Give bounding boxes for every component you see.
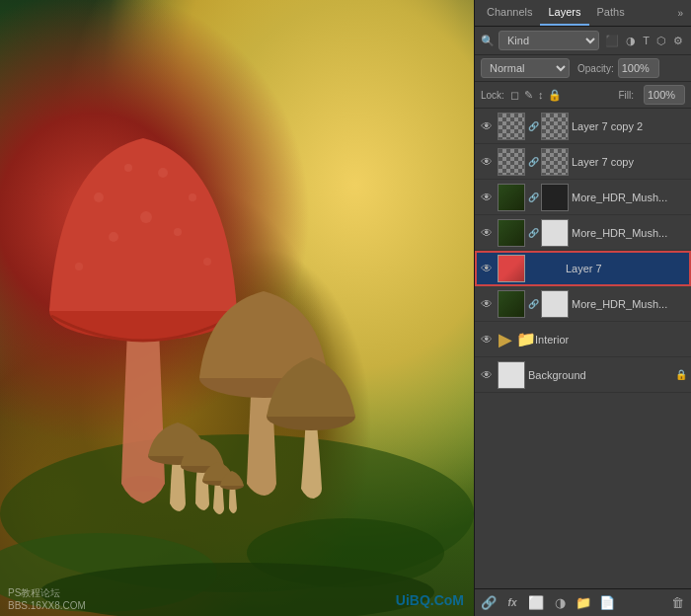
layer-name-7c: Layer 7 copy xyxy=(572,156,687,168)
layer-thumb-7c xyxy=(498,148,525,176)
svg-point-4 xyxy=(124,164,132,172)
tab-layers[interactable]: Layers xyxy=(540,0,588,26)
pixel-filter-icon[interactable]: ⬛ xyxy=(603,34,621,48)
fx-button[interactable]: fx xyxy=(502,593,522,613)
lock-all-icon[interactable]: 🔒 xyxy=(548,89,562,102)
bottom-toolbar: 🔗 fx ⬜ ◑ 📁 📄 🗑 xyxy=(475,588,691,616)
layer-row-interior[interactable]: 👁 ▶ 📁 Interior xyxy=(475,322,691,357)
lock-pixels-icon[interactable]: ✎ xyxy=(524,89,533,102)
site-label: PS教程论坛 BBS.16XX8.COM xyxy=(8,586,86,611)
new-layer-button[interactable]: 📄 xyxy=(597,593,617,613)
lock-icon-bg: 🔒 xyxy=(675,369,687,380)
delete-layer-button[interactable]: 🗑 xyxy=(667,593,687,613)
mushroom-svg xyxy=(0,0,474,616)
watermark: UiBQ.CoM xyxy=(396,592,464,608)
tab-channels[interactable]: Channels xyxy=(479,0,540,26)
visibility-icon-interior[interactable]: 👁 xyxy=(479,333,495,346)
layer-name-7: Layer 7 xyxy=(566,263,687,274)
link-icon-hdr1: 🔗 xyxy=(528,192,538,202)
layer-thumb-hdr2 xyxy=(498,219,525,247)
opacity-label: Opacity: xyxy=(577,63,614,74)
layer-name-interior: Interior xyxy=(535,334,687,346)
layer-name-7c2: Layer 7 copy 2 xyxy=(572,120,687,132)
panel-tabs: Channels Layers Paths » xyxy=(475,0,691,27)
visibility-icon-bg[interactable]: 👁 xyxy=(479,368,495,382)
visibility-icon-hdr2[interactable]: 👁 xyxy=(479,226,495,240)
link-icon-7c2: 🔗 xyxy=(528,121,538,131)
link-icon-hdr3: 🔗 xyxy=(528,299,538,309)
lock-row: Lock: ◻ ✎ ↕ 🔒 Fill: xyxy=(475,82,691,109)
lock-transparent-icon[interactable]: ◻ xyxy=(510,89,519,102)
layer-thumb-bg xyxy=(498,361,525,389)
layer-thumb-hdr1 xyxy=(498,184,525,211)
layer-row-7[interactable]: 👁 Layer 7 xyxy=(475,251,691,286)
layer-thumb-7 xyxy=(498,255,525,282)
visibility-icon-hdr3[interactable]: 👁 xyxy=(479,297,495,311)
folder-open-icon-interior: 📁 xyxy=(516,330,532,348)
layer-thumb-7c2 xyxy=(498,113,525,140)
layer-mask-hdr1 xyxy=(541,184,569,211)
opacity-input[interactable] xyxy=(618,58,659,78)
type-filter-icon[interactable]: T xyxy=(641,34,652,47)
add-group-button[interactable]: 📁 xyxy=(574,593,593,613)
add-adjustment-button[interactable]: ◑ xyxy=(550,593,570,613)
layer-name-hdr3: More_HDR_Mush... xyxy=(572,298,687,310)
blend-mode-select[interactable]: Normal Multiply Screen Overlay xyxy=(481,58,570,78)
layer-name-hdr1: More_HDR_Mush... xyxy=(572,192,687,203)
layer-mask-hdr2 xyxy=(541,219,569,247)
lock-position-icon[interactable]: ↕ xyxy=(538,89,544,101)
link-layers-button[interactable]: 🔗 xyxy=(479,593,499,613)
layer-row-background[interactable]: 👁 Background 🔒 xyxy=(475,357,691,393)
canvas-area: PS教程论坛 BBS.16XX8.COM UiBQ.CoM xyxy=(0,0,474,616)
svg-point-9 xyxy=(174,228,182,236)
layer-row-7-copy[interactable]: 👁 🔗 Layer 7 copy xyxy=(475,144,691,180)
svg-point-5 xyxy=(158,168,168,178)
visibility-icon-7c2[interactable]: 👁 xyxy=(479,119,495,133)
adjustment-filter-icon[interactable]: ◑ xyxy=(624,34,638,48)
kind-icons: ⬛ ◑ T ⬡ ⚙ xyxy=(603,34,685,48)
smart-filter-icon[interactable]: ⚙ xyxy=(671,34,685,48)
svg-point-6 xyxy=(189,193,196,201)
svg-point-7 xyxy=(109,232,118,242)
kind-select[interactable]: Kind xyxy=(499,31,599,50)
main-container: PS教程论坛 BBS.16XX8.COM UiBQ.CoM Channels L… xyxy=(0,0,691,616)
lock-icons: ◻ ✎ ↕ 🔒 xyxy=(510,89,563,102)
layer-row-hdr1[interactable]: 👁 🔗 More_HDR_Mush... xyxy=(475,180,691,215)
layers-panel: Channels Layers Paths » 🔍 Kind ⬛ ◑ T ⬡ ⚙… xyxy=(474,0,691,616)
search-icon: 🔍 xyxy=(481,35,495,47)
opacity-row: Normal Multiply Screen Overlay Opacity: xyxy=(475,55,691,82)
tab-paths[interactable]: Paths xyxy=(589,0,633,26)
folder-icon-interior: ▶ xyxy=(498,329,513,350)
layer-thumb-hdr3 xyxy=(498,290,525,318)
svg-point-3 xyxy=(94,192,104,202)
fill-input[interactable] xyxy=(644,85,685,105)
link-icon-7c: 🔗 xyxy=(528,157,538,167)
layer-mask-7c xyxy=(541,148,569,176)
layer-name-hdr2: More_HDR_Mush... xyxy=(572,227,687,239)
layer-row-7-copy-2[interactable]: 👁 🔗 Layer 7 copy 2 xyxy=(475,109,691,144)
svg-point-21 xyxy=(276,20,474,138)
visibility-icon-7c[interactable]: 👁 xyxy=(479,155,495,169)
layer-row-hdr2[interactable]: 👁 🔗 More_HDR_Mush... xyxy=(475,215,691,251)
canvas-image xyxy=(0,0,474,616)
lock-label: Lock: xyxy=(481,90,504,101)
layer-mask-hdr3 xyxy=(541,290,569,318)
link-icon-hdr2: 🔗 xyxy=(528,228,538,238)
layers-list[interactable]: 👁 🔗 Layer 7 copy 2 👁 🔗 Layer 7 copy 👁 🔗 xyxy=(475,109,691,588)
visibility-icon-7[interactable]: 👁 xyxy=(479,262,495,275)
fill-label: Fill: xyxy=(618,90,634,101)
layer-name-bg: Background xyxy=(528,369,670,381)
visibility-icon-hdr1[interactable]: 👁 xyxy=(479,191,495,204)
kind-row: 🔍 Kind ⬛ ◑ T ⬡ ⚙ xyxy=(475,27,691,55)
panel-menu-icon[interactable]: » xyxy=(673,4,687,23)
svg-point-11 xyxy=(203,258,211,266)
layer-mask-7c2 xyxy=(541,113,569,140)
add-mask-button[interactable]: ⬜ xyxy=(526,593,546,613)
layer-row-hdr3[interactable]: 👁 🔗 More_HDR_Mush... xyxy=(475,286,691,322)
shape-filter-icon[interactable]: ⬡ xyxy=(654,34,668,48)
svg-point-8 xyxy=(140,211,152,223)
svg-point-10 xyxy=(75,263,83,270)
